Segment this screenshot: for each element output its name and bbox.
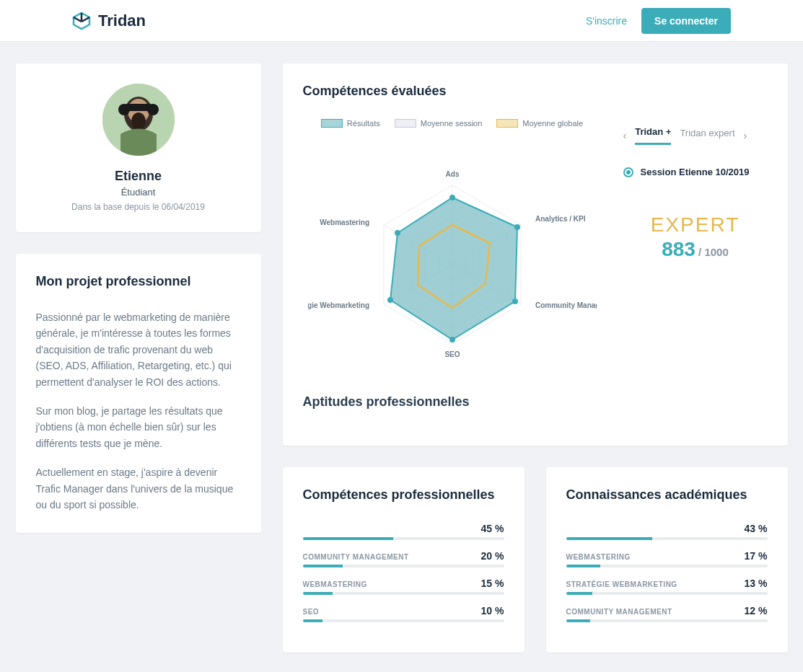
legend-results: Résultats — [321, 119, 380, 128]
competences-card: Compétences évaluées Résultats Moyenne s… — [283, 63, 788, 446]
signup-link[interactable]: S'inscrire — [586, 15, 627, 27]
bar-row: WEBMASTERING17 % — [566, 550, 768, 567]
bar-label: COMMUNITY MANAGEMENT — [303, 553, 409, 561]
bar-label: COMMUNITY MANAGEMENT — [566, 608, 672, 616]
login-button[interactable]: Se connecter — [641, 8, 731, 34]
bar-label: WEBMASTERING — [566, 553, 631, 561]
bar-track — [303, 592, 504, 595]
bar-track — [303, 565, 504, 567]
bar-track — [566, 619, 768, 622]
logo-icon — [72, 12, 91, 30]
svg-text:Ads: Ads — [445, 170, 459, 178]
bar-pct: 13 % — [745, 578, 768, 589]
legend-global-avg: Moyenne globale — [496, 119, 583, 128]
profile-name: Etienne — [36, 169, 241, 184]
academic-card: Connaissances académiques 43 %WEBMASTERI… — [546, 467, 788, 653]
bar-row: STRATÉGIE WEBMARKETING13 % — [566, 578, 768, 595]
svg-text:Analytics / KPI: Analytics / KPI — [535, 215, 586, 223]
bar-pct: 20 % — [481, 550, 504, 562]
bar-pct: 12 % — [745, 605, 768, 616]
bar-row: COMMUNITY MANAGEMENT20 % — [303, 550, 504, 567]
score-value: 883 — [662, 238, 696, 260]
brand-text: Tridan — [98, 12, 146, 30]
tab-tridan-expert[interactable]: Tridan expert — [680, 128, 734, 144]
chevron-right-icon[interactable]: › — [744, 130, 747, 141]
session-label: Session Etienne 10/2019 — [641, 167, 750, 177]
svg-text:SEO: SEO — [444, 350, 460, 358]
profile-since: Dans la base depuis le 06/04/2019 — [36, 202, 241, 212]
svg-point-21 — [514, 224, 520, 230]
svg-marker-18 — [390, 198, 517, 340]
brand[interactable]: Tridan — [72, 12, 146, 30]
bar-row: COMMUNITY MANAGEMENT12 % — [566, 605, 768, 622]
svg-point-20 — [449, 195, 455, 200]
svg-point-22 — [512, 299, 518, 304]
competences-title: Compétences évaluées — [303, 84, 768, 99]
svg-point-25 — [395, 230, 400, 236]
project-title: Mon projet professionnel — [36, 274, 241, 289]
bar-track — [303, 537, 504, 540]
aptitudes-title: Aptitudes professionnelles — [303, 394, 768, 410]
bar-label: SEO — [303, 608, 320, 616]
svg-point-23 — [449, 337, 455, 342]
svg-point-4 — [118, 104, 130, 115]
chart-legend: Résultats Moyenne session Moyenne global… — [303, 119, 602, 128]
academic-title: Connaissances académiques — [566, 487, 768, 503]
project-p3: Actuellement en stage, j'aspire à deveni… — [36, 464, 241, 513]
bar-track — [566, 537, 768, 540]
session-selector[interactable]: Session Etienne 10/2019 — [623, 167, 768, 177]
bar-pct: 43 % — [745, 523, 768, 534]
project-p2: Sur mon blog, je partage les résultats q… — [36, 403, 241, 451]
bar-pct: 17 % — [745, 550, 768, 562]
bar-pct: 45 % — [481, 523, 504, 534]
svg-point-24 — [387, 297, 393, 303]
header: Tridan S'inscrire Se connecter — [0, 0, 803, 42]
bar-track — [303, 619, 504, 622]
profile-role: Étudiant — [36, 187, 241, 198]
svg-text:Webmastering: Webmastering — [320, 218, 369, 226]
tab-tridan-plus[interactable]: Tridan + — [635, 126, 671, 145]
bar-row: 45 % — [303, 523, 504, 540]
score-level: EXPERT — [623, 213, 768, 236]
bar-pct: 10 % — [481, 605, 504, 616]
project-card: Mon projet professionnel Passionné par l… — [16, 254, 261, 533]
legend-session-avg: Moyenne session — [395, 119, 483, 128]
profile-card: Etienne Étudiant Dans la base depuis le … — [16, 63, 261, 232]
bar-track — [566, 565, 768, 567]
bar-row: WEBMASTERING15 % — [303, 578, 504, 595]
svg-text:Stratégie Webmarketing: Stratégie Webmarketing — [308, 301, 369, 309]
score-max: 1000 — [704, 246, 728, 258]
radio-icon — [623, 167, 633, 177]
bar-label: WEBMASTERING — [303, 580, 367, 588]
pro-skills-card: Compétences professionnelles 45 %COMMUNI… — [283, 467, 525, 653]
score-panel: ‹ Tridan + Tridan expert › Session Etien… — [623, 119, 768, 261]
bar-track — [566, 592, 768, 595]
chevron-left-icon[interactable]: ‹ — [623, 130, 627, 141]
pro-skills-title: Compétences professionnelles — [303, 487, 504, 503]
bar-label: STRATÉGIE WEBMARKETING — [566, 580, 677, 588]
bar-pct: 15 % — [481, 578, 504, 589]
project-p1: Passionné par le webmarketing de manière… — [36, 309, 241, 390]
score-sep: / — [696, 246, 705, 258]
svg-text:Community Management: Community Management — [535, 301, 597, 309]
score-block: EXPERT 883 / 1000 — [623, 213, 768, 261]
svg-point-6 — [131, 112, 146, 130]
avatar — [102, 84, 175, 156]
variant-tabs: ‹ Tridan + Tridan expert › — [623, 126, 768, 145]
bar-row: 43 % — [566, 523, 768, 540]
bar-row: SEO10 % — [303, 605, 504, 622]
radar-chart: Résultats Moyenne session Moyenne global… — [303, 119, 602, 373]
header-actions: S'inscrire Se connecter — [586, 8, 731, 34]
svg-point-5 — [147, 104, 159, 115]
